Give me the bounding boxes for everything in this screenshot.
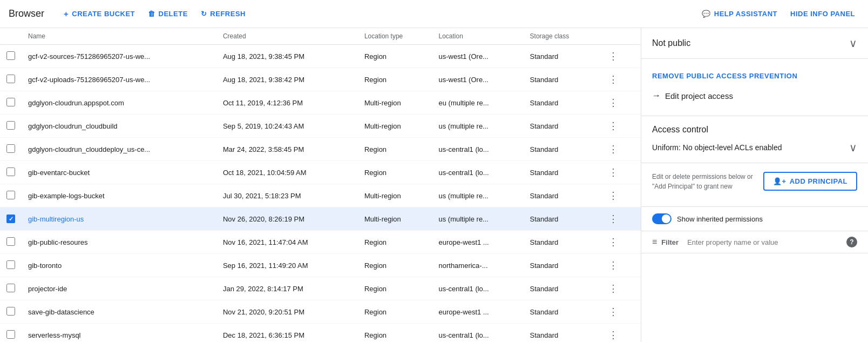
more-options-button[interactable]: ⋮ [605, 119, 621, 133]
filter-label: Filter [661, 238, 679, 246]
bucket-name-cell: serverless-mysql [22, 324, 216, 343]
browser-title: Browser [9, 8, 44, 19]
bucket-location-cell: us (multiple re... [432, 207, 523, 231]
more-options-button[interactable]: ⋮ [605, 49, 621, 63]
bucket-created-cell: Sep 5, 2019, 10:24:43 AM [216, 115, 358, 138]
toggle-knob [662, 214, 670, 223]
row-checkbox[interactable] [6, 260, 15, 269]
bucket-location-type-cell: Region [358, 231, 432, 254]
remove-public-access-prevention-link[interactable]: REMOVE PUBLIC ACCESS PREVENTION [652, 68, 857, 84]
table-row: gib-multiregion-usNov 26, 2020, 8:26:19 … [0, 207, 641, 231]
bucket-storage-class-cell: Standard [524, 324, 599, 343]
more-options-button[interactable]: ⋮ [605, 189, 621, 203]
actions-cell: ⋮ [599, 184, 641, 207]
bucket-location-type-cell: Region [358, 324, 432, 343]
bucket-location-cell: europe-west1 ... [432, 300, 523, 324]
bucket-location-cell: us-central1 (lo... [432, 161, 523, 184]
row-checkbox[interactable] [6, 167, 15, 176]
chevron-down-icon: ∨ [849, 37, 857, 50]
actions-cell: ⋮ [599, 300, 641, 324]
main-content: Name Created Location type Location Stor… [0, 28, 868, 342]
not-public-row[interactable]: Not public ∨ [652, 37, 857, 50]
bucket-location-cell: us (multiple re... [432, 184, 523, 207]
bucket-storage-class-cell: Standard [524, 138, 599, 161]
bucket-created-cell: Jan 29, 2022, 8:14:17 PM [216, 277, 358, 300]
row-checkbox[interactable] [6, 51, 15, 60]
not-public-section: Not public ∨ [641, 28, 868, 59]
info-panel: Not public ∨ REMOVE PUBLIC ACCESS PREVEN… [641, 28, 868, 342]
filter-icon: ≡ [652, 237, 657, 247]
filter-input[interactable] [687, 238, 842, 246]
bucket-storage-class-cell: Standard [524, 254, 599, 277]
more-options-button[interactable]: ⋮ [605, 165, 621, 179]
help-icon[interactable]: ? [846, 237, 857, 247]
bucket-storage-class-cell: Standard [524, 184, 599, 207]
more-options-button[interactable]: ⋮ [605, 328, 621, 342]
toolbar-right: 💬 HELP ASSISTANT HIDE INFO PANEL [697, 6, 859, 21]
more-options-button[interactable]: ⋮ [605, 258, 621, 272]
table-row: gib-example-logs-bucketJul 30, 2021, 5:1… [0, 184, 641, 207]
row-checkbox[interactable] [6, 330, 15, 339]
bucket-name-cell: gdglyon-cloudrun.appspot.com [22, 91, 216, 115]
refresh-button[interactable]: ↻ REFRESH [194, 6, 252, 21]
create-bucket-button[interactable]: + CREATE BUCKET [57, 6, 141, 22]
row-checkbox[interactable] [6, 121, 15, 130]
more-options-button[interactable]: ⋮ [605, 72, 621, 86]
bucket-created-cell: Jul 30, 2021, 5:18:23 PM [216, 184, 358, 207]
bucket-location-cell: eu (multiple re... [432, 91, 523, 115]
bucket-created-cell: Oct 18, 2021, 10:04:59 AM [216, 161, 358, 184]
actions-cell: ⋮ [599, 277, 641, 300]
uniform-chevron-icon: ∨ [849, 141, 857, 154]
chat-icon: 💬 [702, 10, 711, 18]
row-checkbox[interactable] [6, 98, 15, 106]
row-checkbox[interactable] [6, 237, 15, 246]
bucket-storage-class-cell: Standard [524, 207, 599, 231]
delete-button[interactable]: 🗑 DELETE [141, 6, 194, 21]
bucket-location-type-cell: Region [358, 161, 432, 184]
inherited-permissions-row: Show inherited permissions [641, 207, 868, 231]
add-principal-button[interactable]: 👤+ ADD PRINCIPAL [763, 172, 857, 191]
toolbar: Browser + CREATE BUCKET 🗑 DELETE ↻ REFRE… [0, 0, 868, 28]
more-options-button[interactable]: ⋮ [605, 142, 621, 156]
uniform-access-row[interactable]: Uniform: No object-level ACLs enabled ∨ [652, 141, 857, 154]
name-column-header: Name [22, 28, 216, 45]
table-row: serverless-mysqlDec 18, 2021, 6:36:15 PM… [0, 324, 641, 343]
table-row: save-gib-datascienceNov 21, 2020, 9:20:5… [0, 300, 641, 324]
table-row: gdglyon-cloudrun.appspot.comOct 11, 2019… [0, 91, 641, 115]
table-row: gcf-v2-uploads-751286965207-us-we...Aug … [0, 68, 641, 91]
more-options-button[interactable]: ⋮ [605, 96, 621, 110]
actions-cell: ⋮ [599, 324, 641, 343]
hide-info-panel-button[interactable]: HIDE INFO PANEL [786, 6, 859, 21]
row-checkbox-checked[interactable] [6, 214, 15, 223]
row-checkbox[interactable] [6, 284, 15, 292]
bucket-name-cell: gib-public-resoures [22, 231, 216, 254]
more-options-button[interactable]: ⋮ [605, 281, 621, 296]
bucket-location-type-cell: Region [358, 254, 432, 277]
actions-cell: ⋮ [599, 45, 641, 68]
bucket-name-link[interactable]: gib-multiregion-us [28, 215, 84, 223]
row-checkbox[interactable] [6, 307, 15, 316]
show-inherited-toggle[interactable] [652, 213, 672, 224]
table-row: gib-torontoSep 16, 2021, 11:49:20 AMRegi… [0, 254, 641, 277]
bucket-created-cell: Mar 24, 2022, 3:58:45 PM [216, 138, 358, 161]
bucket-storage-class-cell: Standard [524, 300, 599, 324]
bucket-location-type-cell: Region [358, 300, 432, 324]
bucket-name-cell: gcf-v2-sources-751286965207-us-we... [22, 45, 216, 68]
actions-cell: ⋮ [599, 207, 641, 231]
inherited-permissions-label: Show inherited permissions [677, 215, 763, 223]
bucket-created-cell: Sep 16, 2021, 11:49:20 AM [216, 254, 358, 277]
bucket-name-cell: gib-multiregion-us [22, 207, 216, 231]
row-checkbox[interactable] [6, 191, 15, 199]
bucket-name-cell: gib-example-logs-bucket [22, 184, 216, 207]
more-options-button[interactable]: ⋮ [605, 212, 621, 226]
help-assistant-button[interactable]: 💬 HELP ASSISTANT [697, 6, 782, 21]
more-options-button[interactable]: ⋮ [605, 235, 621, 249]
more-options-button[interactable]: ⋮ [605, 305, 621, 319]
refresh-icon: ↻ [201, 10, 207, 18]
edit-project-access-row[interactable]: → Edit project access [652, 84, 857, 107]
row-checkbox[interactable] [6, 144, 15, 153]
table-header-row: Name Created Location type Location Stor… [0, 28, 641, 45]
bucket-name-cell: gib-toronto [22, 254, 216, 277]
row-checkbox[interactable] [6, 75, 15, 83]
table-row: gdglyon-cloudrun_clouddeploy_us-ce...Mar… [0, 138, 641, 161]
